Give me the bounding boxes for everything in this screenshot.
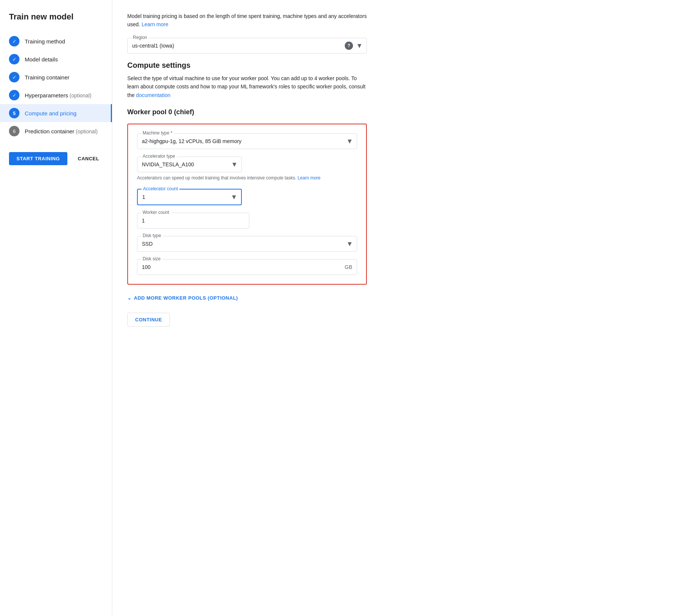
machine-type-label: Machine type * xyxy=(141,130,174,136)
region-select-wrapper: Region us-central1 (Iowa) ▼ ? xyxy=(127,38,367,54)
page-title: Train new model xyxy=(9,12,112,22)
accelerator-help-text: Accelerators can speed up model training… xyxy=(137,175,357,181)
add-worker-pools-button[interactable]: ⌄ ADD MORE WORKER POOLS (OPTIONAL) xyxy=(127,295,238,301)
disk-type-select-wrapper: Disk type SSD ▼ xyxy=(137,236,357,252)
sidebar-item-hyperparameters[interactable]: ✓ Hyperparameters (optional) xyxy=(9,86,112,104)
learn-more-link[interactable]: Learn more xyxy=(141,21,168,27)
main-content: Model training pricing is based on the l… xyxy=(112,0,700,615)
accelerator-type-select[interactable]: NVIDIA_TESLA_A100 xyxy=(137,157,241,172)
accelerator-learn-more-link[interactable]: Learn more xyxy=(298,175,320,181)
accelerator-count-field: Accelerator count 1 ▼ xyxy=(137,189,357,205)
worker-count-field: Worker count xyxy=(137,213,357,228)
step-circle-hyperparameters: ✓ xyxy=(9,90,19,100)
disk-size-label: Disk size xyxy=(141,256,162,261)
step-label-training-container: Training container xyxy=(25,74,70,81)
worker-pool-card: Machine type * a2-highgpu-1g, 12 vCPUs, … xyxy=(127,124,367,285)
disk-type-select[interactable]: SSD xyxy=(137,236,357,251)
step-label-compute-pricing: Compute and pricing xyxy=(25,110,76,116)
sidebar-item-prediction-container[interactable]: 6 Prediction container (optional) xyxy=(9,122,112,140)
region-select[interactable]: us-central1 (Iowa) xyxy=(128,38,366,53)
sidebar-item-model-details[interactable]: ✓ Model details xyxy=(9,50,112,68)
region-field: Region us-central1 (Iowa) ▼ ? xyxy=(127,38,367,54)
disk-size-suffix: GB xyxy=(345,264,352,270)
step-label-prediction-container: Prediction container (optional) xyxy=(25,128,98,134)
chevron-down-icon: ⌄ xyxy=(127,295,132,301)
accelerator-count-select-wrapper: Accelerator count 1 ▼ xyxy=(137,189,242,205)
cancel-button[interactable]: CANCEL xyxy=(73,152,104,165)
disk-size-field: Disk size GB xyxy=(137,259,357,275)
worker-count-input[interactable] xyxy=(137,213,249,228)
documentation-link[interactable]: documentation xyxy=(136,92,170,98)
step-circle-training-method: ✓ xyxy=(9,36,19,46)
machine-type-select[interactable]: a2-highgpu-1g, 12 vCPUs, 85 GiB memory xyxy=(137,134,357,149)
step-circle-training-container: ✓ xyxy=(9,72,19,82)
compute-settings-desc: Select the type of virtual machine to us… xyxy=(127,74,367,99)
worker-count-input-wrapper: Worker count xyxy=(137,213,249,228)
region-label: Region xyxy=(131,35,149,40)
pricing-note: Model training pricing is based on the l… xyxy=(127,12,367,29)
accelerator-type-select-wrapper: Accelerator type NVIDIA_TESLA_A100 ▼ xyxy=(137,157,242,172)
sidebar-item-training-container[interactable]: ✓ Training container xyxy=(9,68,112,86)
step-label-training-method: Training method xyxy=(25,38,65,45)
step-circle-compute-pricing: 5 xyxy=(9,108,19,118)
action-buttons: START TRAINING CANCEL xyxy=(9,152,112,165)
step-circle-prediction-container: 6 xyxy=(9,126,19,136)
accelerator-count-label: Accelerator count xyxy=(141,186,179,191)
step-label-model-details: Model details xyxy=(25,56,58,63)
disk-size-input-wrapper: Disk size GB xyxy=(137,259,357,275)
accelerator-type-field: Accelerator type NVIDIA_TESLA_A100 ▼ Acc… xyxy=(137,157,357,181)
continue-button[interactable]: CONTINUE xyxy=(127,313,170,327)
accelerator-type-label: Accelerator type xyxy=(141,154,177,159)
disk-type-label: Disk type xyxy=(141,233,162,238)
worker-pool-title: Worker pool 0 (chief) xyxy=(127,108,685,116)
machine-type-select-wrapper: Machine type * a2-highgpu-1g, 12 vCPUs, … xyxy=(137,133,357,149)
step-label-hyperparameters: Hyperparameters (optional) xyxy=(25,92,91,99)
worker-count-label: Worker count xyxy=(141,210,171,215)
sidebar-item-training-method[interactable]: ✓ Training method xyxy=(9,32,112,50)
machine-type-field: Machine type * a2-highgpu-1g, 12 vCPUs, … xyxy=(137,133,357,149)
disk-type-field: Disk type SSD ▼ xyxy=(137,236,357,252)
sidebar: Train new model ✓ Training method ✓ Mode… xyxy=(0,0,112,615)
start-training-button[interactable]: START TRAINING xyxy=(9,152,67,165)
compute-settings-title: Compute settings xyxy=(127,61,685,70)
sidebar-item-compute-pricing[interactable]: 5 Compute and pricing xyxy=(0,104,112,122)
accelerator-count-select[interactable]: 1 xyxy=(138,190,241,205)
region-help-icon[interactable]: ? xyxy=(345,42,353,50)
disk-size-input[interactable] xyxy=(137,260,357,275)
step-circle-model-details: ✓ xyxy=(9,54,19,64)
